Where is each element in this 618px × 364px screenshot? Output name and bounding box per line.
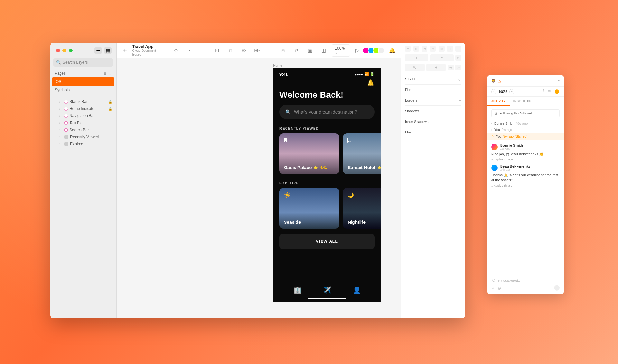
tool-align-top[interactable]: ⫟ [199, 47, 207, 54]
comment[interactable]: Bonnie Smith 4w ago Nice job, @Beau Bekk… [491, 143, 560, 161]
tool-difference[interactable]: ◫ [320, 47, 327, 54]
grid-view-button[interactable]: ▦ [104, 47, 112, 54]
h-field[interactable]: H [426, 64, 446, 71]
tool-intersect[interactable]: ▣ [306, 47, 314, 54]
activity-item[interactable]: Bonnie Smith 48w ago [491, 121, 560, 127]
add-blur-button[interactable]: + [459, 130, 461, 135]
comment-input[interactable]: Write a comment... [491, 278, 560, 282]
lock-icon: 🔒 [108, 107, 112, 111]
zoom-control[interactable]: 100% ⌄ [332, 44, 350, 57]
user-avatar[interactable] [554, 89, 560, 95]
symbol-icon [64, 128, 68, 132]
tab-activity[interactable]: ACTIVITY [487, 97, 510, 106]
chevron-right-icon: › [59, 100, 62, 104]
tool-frame[interactable]: ⊡ [213, 47, 220, 54]
section-label: Blur [405, 130, 411, 134]
layer-status-bar[interactable]: › Status Bar 🔒 [50, 98, 116, 105]
emoji-icon[interactable]: ☺ [491, 286, 495, 290]
comment-replies[interactable]: 5 Replies 2d ago [491, 158, 560, 161]
borders-section[interactable]: Borders + [405, 95, 461, 105]
w-field[interactable]: W [405, 64, 425, 71]
layout-icon[interactable]: ▭ [548, 89, 551, 95]
inner-shadows-section[interactable]: Inner Shadows + [405, 116, 461, 127]
canvas[interactable]: Home 9:41 ●●●● 📶 🔋 🔔 Welcome Back! 🔍 Wha… [117, 58, 401, 318]
open-external-icon[interactable]: ⤴ [542, 89, 544, 95]
layer-explore[interactable]: › Explore [50, 141, 116, 148]
tool-resize[interactable]: ⊞⌄ [253, 47, 261, 54]
artboard-home[interactable]: 9:41 ●●●● 📶 🔋 🔔 Welcome Back! 🔍 What's y… [273, 68, 381, 302]
style-header[interactable]: STYLE ⌄ [405, 74, 461, 84]
add-shadow-button[interactable]: + [459, 108, 461, 114]
layer-label: Tab Bar [70, 121, 83, 125]
tool-crop[interactable]: ⧉ [226, 47, 234, 54]
zoom-out-button[interactable]: − [491, 89, 496, 94]
comment-body: Nice job, @Beau Bekkenenks 👏 [491, 152, 560, 157]
comment-replies[interactable]: 1 Reply 24h ago [491, 184, 560, 187]
add-border-button[interactable]: + [459, 98, 461, 103]
tool-align-bottom[interactable]: ⫠ [186, 47, 193, 54]
inspector-panel: ⊏ ⊟ ⊐ ⊓ ⊞ ⊔ ⋮ X Y ⟳ W H ⇋ ⇵ STYLE ⌄ Fill… [401, 43, 465, 318]
layer-home-indicator[interactable]: › Home Indicator 🔒 [50, 105, 116, 112]
pages-chevron-icon[interactable]: ⌄ [108, 71, 112, 76]
layer-search-bar[interactable]: › Search Bar [50, 126, 116, 133]
symbol-icon [64, 106, 68, 111]
align-left-icon[interactable]: ⊏ [405, 46, 411, 52]
close-window-button[interactable] [56, 49, 60, 52]
page-symbols[interactable]: Symbols [50, 86, 116, 94]
align-right-icon[interactable]: ⊐ [422, 46, 427, 52]
flip-h-icon[interactable]: ⇋ [448, 65, 454, 70]
recently-viewed-cards: Oasis Palace ⭐ 4.41 Sunset Hotel ⭐ [273, 133, 381, 174]
page-ios[interactable]: iOS [52, 77, 114, 86]
status-icons: ●●●● 📶 🔋 [354, 72, 375, 76]
shadows-section[interactable]: Shadows + [405, 105, 461, 116]
following-selector[interactable]: ◎ Following this Artboard ⌄ [491, 109, 560, 117]
notifications-button[interactable]: 🔔 [389, 47, 396, 54]
bookmark-icon [283, 137, 288, 144]
zoom-in-button[interactable]: + [509, 89, 514, 94]
maximize-window-button[interactable] [69, 49, 73, 52]
explore-card-seaside: ☀️ Seaside [279, 188, 339, 229]
rotate-icon[interactable]: ⟳ [455, 55, 461, 61]
add-page-button[interactable]: ⊕ [103, 71, 107, 76]
menu-icon[interactable]: ≡ [558, 79, 560, 83]
insert-button[interactable]: +⌄ [122, 47, 129, 54]
collaborator-avatars[interactable]: ⋯ [364, 47, 385, 54]
blur-section[interactable]: Blur + [405, 127, 461, 137]
add-inner-shadow-button[interactable]: + [459, 119, 461, 124]
align-bottom-icon[interactable]: ⊔ [447, 46, 453, 52]
layer-tab-bar[interactable]: › Tab Bar [50, 119, 116, 126]
add-fill-button[interactable]: + [459, 87, 461, 92]
tool-mask[interactable]: ⊘ [240, 47, 248, 54]
layer-navigation-bar[interactable]: › Navigation Bar [50, 112, 116, 119]
tab-inspector[interactable]: INSPECTOR [510, 97, 536, 106]
flip-v-icon[interactable]: ⇵ [455, 65, 461, 70]
tool-shape[interactable]: ◇ [172, 47, 180, 54]
activity-item[interactable]: You 9w ago [491, 127, 560, 133]
target-icon: ◎ [495, 112, 498, 115]
tool-subtract[interactable]: ⧉ [293, 47, 300, 54]
y-field[interactable]: Y [430, 54, 454, 61]
activity-item-starred[interactable]: ☆ You 9w ago (Starred) [487, 133, 564, 140]
align-top-icon[interactable]: ⊓ [430, 46, 436, 52]
section-label: Inner Shadows [405, 120, 428, 123]
explore-label: Seaside [284, 220, 301, 225]
avatar-more[interactable]: ⋯ [378, 47, 385, 54]
tool-union[interactable]: ⧈ [279, 47, 287, 54]
layer-label: Explore [70, 142, 83, 146]
align-center-h-icon[interactable]: ⊟ [413, 46, 419, 52]
play-preview-button[interactable]: ▷ [354, 47, 360, 54]
comment[interactable]: Beau Bekkenenks 24h ago Thanks 🙏 What's … [491, 164, 560, 187]
symbol-icon [64, 121, 68, 125]
layer-recently-viewed[interactable]: › Recently Viewed [50, 133, 116, 141]
mention-icon[interactable]: @ [497, 286, 501, 290]
align-center-v-icon[interactable]: ⊞ [439, 46, 445, 52]
minimize-window-button[interactable] [62, 49, 66, 52]
artboard-label[interactable]: Home [273, 63, 282, 67]
list-view-button[interactable]: ☰ [94, 47, 102, 54]
explore-cards: ☀️ Seaside 🌙 Nightlife [273, 188, 381, 229]
fills-section[interactable]: Fills + [405, 84, 461, 95]
send-button[interactable] [554, 285, 560, 291]
x-field[interactable]: X [405, 54, 428, 61]
search-layers-input[interactable]: 🔍 Search Layers [53, 58, 113, 67]
distribute-icon[interactable]: ⋮ [455, 46, 461, 52]
